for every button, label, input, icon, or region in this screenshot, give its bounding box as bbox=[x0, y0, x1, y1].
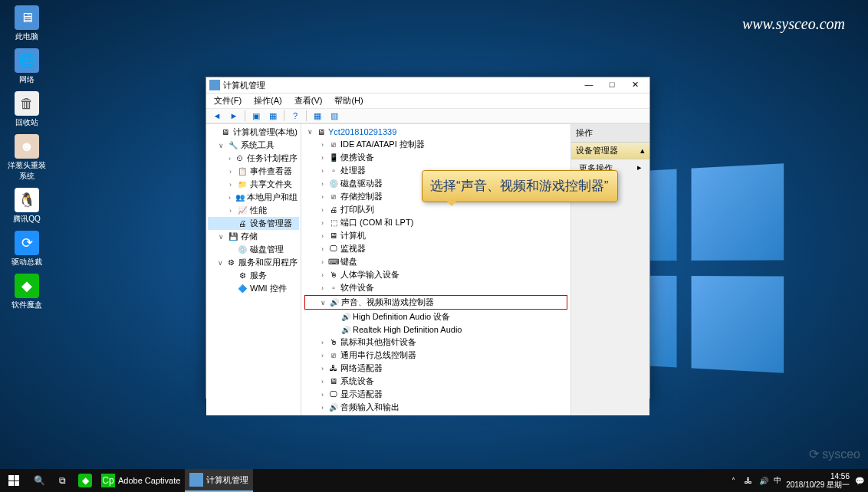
tree-shared-folders[interactable]: ›📁共享文件夹 bbox=[208, 178, 299, 191]
help-button[interactable]: ? bbox=[288, 109, 303, 123]
dev-print-queues[interactable]: ›🖨打印队列 bbox=[301, 203, 570, 216]
tree-root[interactable]: 🖥计算机管理(本地) bbox=[208, 126, 299, 139]
dev-hid[interactable]: ›🖱人体学输入设备 bbox=[301, 268, 570, 281]
tree-services-apps[interactable]: ∨⚙服务和应用程序 bbox=[208, 256, 299, 269]
taskbar-captivate[interactable]: CpAdobe Captivate bbox=[97, 469, 185, 492]
app-icon bbox=[209, 80, 220, 90]
driver-master-icon[interactable]: ⟳驱动总裁 bbox=[4, 229, 50, 269]
view-button[interactable]: ▦ bbox=[265, 109, 281, 123]
tree-wmi[interactable]: 🔷WMI 控件 bbox=[208, 282, 299, 295]
dev-display[interactable]: ›🖵显示适配器 bbox=[301, 388, 570, 401]
search-button[interactable]: 🔍 bbox=[28, 469, 51, 492]
watermark-url: www.sysceo.com bbox=[742, 15, 845, 33]
tray-volume-icon[interactable]: 🔊 bbox=[758, 475, 769, 486]
tray-network-icon[interactable]: 🖧 bbox=[743, 475, 754, 486]
actions-pane: 操作 设备管理器▴ 更多操作▸ bbox=[571, 124, 649, 415]
chevron-right-icon: ▸ bbox=[637, 162, 642, 174]
dev-computer[interactable]: ›🖥计算机 bbox=[301, 229, 570, 242]
taskbar: 🔍 ⧉ ◆ CpAdobe Captivate 计算机管理 ˄ 🖧 🔊 中 14… bbox=[0, 469, 868, 492]
dev-realtek[interactable]: 🔊Realtek High Definition Audio bbox=[301, 323, 570, 336]
window-title: 计算机管理 bbox=[223, 80, 577, 91]
menu-file[interactable]: 文件(F) bbox=[209, 93, 246, 108]
toolbar: ◄ ► ▣ ▦ ? ▦ ▥ bbox=[206, 108, 649, 123]
dev-software[interactable]: ›▫软件设备 bbox=[301, 281, 570, 294]
task-view-button[interactable]: ⧉ bbox=[51, 469, 74, 492]
notification-icon[interactable]: 💬 bbox=[854, 475, 865, 486]
collapse-icon[interactable]: ▴ bbox=[640, 146, 645, 156]
start-button[interactable] bbox=[0, 469, 28, 492]
up-button[interactable]: ▣ bbox=[248, 109, 264, 123]
refresh-button[interactable]: ▦ bbox=[310, 109, 325, 123]
actions-header: 操作 bbox=[571, 124, 649, 143]
dev-network[interactable]: ›🖧网络适配器 bbox=[301, 362, 570, 375]
tree-performance[interactable]: ›📈性能 bbox=[208, 204, 299, 217]
device-tree[interactable]: ∨🖥Yct201810291339 ›⎚IDE ATA/ATAPI 控制器 ›📱… bbox=[301, 124, 571, 415]
dev-usb[interactable]: ›⎚通用串行总线控制器 bbox=[301, 349, 570, 362]
tree-services[interactable]: ⚙服务 bbox=[208, 269, 299, 282]
tree-local-users[interactable]: ›👥本地用户和组 bbox=[208, 191, 299, 204]
taskbar-compmgmt[interactable]: 计算机管理 bbox=[185, 469, 253, 492]
network-icon[interactable]: 🌐网络 bbox=[4, 47, 50, 87]
this-pc-icon[interactable]: 🖥此电脑 bbox=[4, 4, 50, 44]
titlebar[interactable]: 计算机管理 — □ ✕ bbox=[206, 77, 649, 93]
minimize-button[interactable]: — bbox=[577, 77, 600, 93]
desktop-icons: 🖥此电脑 🌐网络 🗑回收站 ☻洋葱头重装系统 🐧腾讯QQ ⟳驱动总裁 ◆软件魔盒 bbox=[4, 4, 50, 312]
close-button[interactable]: ✕ bbox=[623, 77, 646, 93]
dev-ports[interactable]: ›⬚端口 (COM 和 LPT) bbox=[301, 216, 570, 229]
menu-help[interactable]: 帮助(H) bbox=[330, 93, 367, 108]
dev-ide[interactable]: ›⎚IDE ATA/ATAPI 控制器 bbox=[301, 138, 570, 151]
app-launcher-button[interactable]: ◆ bbox=[74, 469, 97, 492]
dev-hda[interactable]: 🔊High Definition Audio 设备 bbox=[301, 310, 570, 323]
dev-keyboards[interactable]: ›⌨键盘 bbox=[301, 255, 570, 268]
highlight-box: ∨🔊声音、视频和游戏控制器 bbox=[304, 295, 567, 310]
tree-event-viewer[interactable]: ›📋事件查看器 bbox=[208, 165, 299, 178]
maximize-button[interactable]: □ bbox=[600, 77, 623, 93]
tree-task-scheduler[interactable]: ›⏲任务计划程序 bbox=[208, 152, 299, 165]
onion-reinstall-icon[interactable]: ☻洋葱头重装系统 bbox=[4, 133, 50, 183]
dev-root[interactable]: ∨🖥Yct201810291339 bbox=[301, 126, 570, 138]
dev-audio-io[interactable]: ›🔊音频输入和输出 bbox=[301, 401, 570, 414]
props-button[interactable]: ▥ bbox=[327, 109, 342, 123]
console-tree[interactable]: 🖥计算机管理(本地) ∨🔧系统工具 ›⏲任务计划程序 ›📋事件查看器 ›📁共享文… bbox=[206, 124, 301, 415]
system-tray: ˄ 🖧 🔊 中 14:56 2018/10/29 星期一 💬 bbox=[725, 472, 868, 489]
dev-portable[interactable]: ›📱便携设备 bbox=[301, 151, 570, 164]
tree-disk-management[interactable]: 💿磁盘管理 bbox=[208, 243, 299, 256]
computer-management-window: 计算机管理 — □ ✕ 文件(F) 操作(A) 查看(V) 帮助(H) ◄ ► … bbox=[205, 77, 650, 399]
tray-chevron-icon[interactable]: ˄ bbox=[728, 475, 738, 486]
software-box-icon[interactable]: ◆软件魔盒 bbox=[4, 272, 50, 312]
watermark-brand: ⟳ sysceo bbox=[809, 447, 860, 461]
dev-monitors[interactable]: ›🖵监视器 bbox=[301, 242, 570, 255]
tree-device-manager[interactable]: 🖨设备管理器 bbox=[208, 217, 299, 230]
actions-section[interactable]: 设备管理器▴ bbox=[571, 143, 649, 159]
tree-storage[interactable]: ∨💾存储 bbox=[208, 230, 299, 243]
forward-button[interactable]: ► bbox=[226, 109, 242, 123]
back-button[interactable]: ◄ bbox=[209, 109, 225, 123]
menu-action[interactable]: 操作(A) bbox=[249, 93, 287, 108]
recycle-bin-icon[interactable]: 🗑回收站 bbox=[4, 90, 50, 130]
dev-mice[interactable]: ›🖱鼠标和其他指针设备 bbox=[301, 336, 570, 349]
menu-view[interactable]: 查看(V) bbox=[290, 93, 327, 108]
dev-system[interactable]: ›🖥系统设备 bbox=[301, 375, 570, 388]
taskbar-clock[interactable]: 14:56 2018/10/29 星期一 bbox=[786, 472, 850, 489]
tencent-qq-icon[interactable]: 🐧腾讯QQ bbox=[4, 186, 50, 226]
ime-indicator[interactable]: 中 bbox=[774, 475, 781, 486]
dev-sound[interactable]: ∨🔊声音、视频和游戏控制器 bbox=[305, 296, 567, 309]
menubar: 文件(F) 操作(A) 查看(V) 帮助(H) bbox=[206, 93, 649, 108]
tree-system-tools[interactable]: ∨🔧系统工具 bbox=[208, 139, 299, 152]
instruction-callout: 选择“声音、视频和游戏控制器” bbox=[422, 170, 618, 202]
